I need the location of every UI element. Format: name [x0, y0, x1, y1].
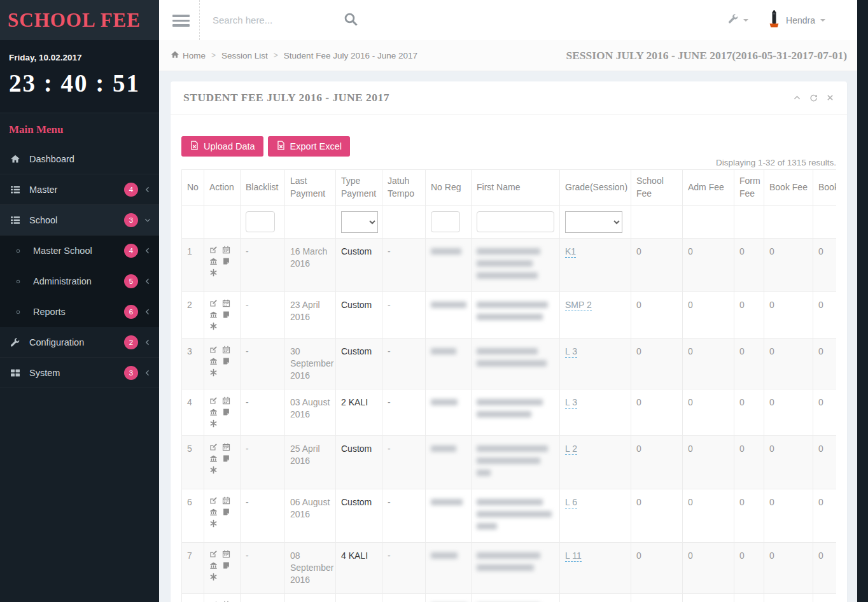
asterisk-action-icon[interactable] — [209, 573, 218, 581]
cell-adm-fee: 0 — [683, 489, 734, 542]
edit-action-icon[interactable] — [209, 396, 218, 405]
cell-no-reg — [426, 292, 472, 339]
asterisk-action-icon[interactable] — [209, 419, 218, 428]
first-name-filter-input[interactable] — [477, 211, 554, 232]
navbar-right: Hendra — [728, 0, 825, 40]
grade-link[interactable]: L 2 — [565, 444, 577, 455]
cell-first-name — [472, 435, 560, 489]
bank-action-icon[interactable] — [209, 561, 218, 570]
bank-action-icon[interactable] — [209, 357, 218, 365]
redacted-text-line — [477, 470, 491, 476]
content-area: STUDENT FEE JULY 2016 - JUNE 2017 Upload… — [159, 71, 857, 602]
note-action-icon[interactable] — [222, 454, 230, 463]
edit-action-icon[interactable] — [209, 246, 218, 254]
sidebar-subitem-administration[interactable]: Administration5 — [0, 266, 159, 297]
cell-book-fee: 0 — [764, 593, 813, 602]
grade-filter-select[interactable] — [565, 211, 622, 233]
grade-link[interactable]: L 6 — [565, 497, 577, 508]
list-icon — [10, 215, 20, 225]
row-actions — [209, 346, 236, 377]
calendar-action-icon[interactable] — [222, 550, 230, 558]
breadcrumb-session-list-link[interactable]: Session List — [221, 51, 268, 60]
edit-action-icon[interactable] — [209, 443, 218, 451]
search-input[interactable] — [213, 10, 333, 29]
edit-action-icon[interactable] — [209, 299, 218, 307]
bank-action-icon[interactable] — [209, 311, 218, 319]
grade-link[interactable]: L 11 — [565, 550, 582, 562]
cell-adm-fee: 0 — [683, 389, 734, 435]
cell-type-payment: Custom — [336, 292, 382, 339]
grade-link[interactable]: SMP 2 — [565, 300, 592, 311]
search-icon[interactable] — [344, 12, 358, 29]
sidebar-subitem-master-school[interactable]: Master School4 — [0, 235, 159, 266]
upload-data-button[interactable]: Upload Data — [181, 136, 263, 157]
dot-icon — [14, 247, 22, 255]
calendar-icon — [222, 550, 230, 558]
bank-action-icon[interactable] — [209, 257, 218, 265]
edit-action-icon[interactable] — [209, 496, 218, 505]
edit-action-icon[interactable] — [209, 550, 218, 558]
calendar-action-icon[interactable] — [222, 443, 230, 451]
sidebar-item-configuration[interactable]: Configuration2 — [0, 327, 159, 358]
grade-link[interactable]: K1 — [565, 246, 576, 258]
note-action-icon[interactable] — [222, 257, 230, 265]
asterisk-action-icon[interactable] — [209, 322, 218, 330]
bank-action-icon[interactable] — [209, 454, 218, 463]
cell-adm-fee: 0 — [683, 542, 734, 593]
cell-book-fee: 0 — [764, 292, 813, 339]
blacklist-filter-input[interactable] — [246, 211, 275, 232]
close-icon[interactable] — [826, 94, 834, 102]
cell-form-fee: 0 — [734, 292, 764, 339]
sidebar-item-master[interactable]: Master4 — [0, 174, 159, 205]
redacted-text-line — [477, 348, 538, 354]
calendar-icon — [222, 246, 230, 254]
table-row: 6-06 August 2016Custom-L 600000 — [182, 489, 837, 542]
export-excel-button[interactable]: Export Excel — [268, 136, 350, 157]
asterisk-action-icon[interactable] — [209, 519, 218, 528]
asterisk-action-icon[interactable] — [209, 466, 218, 474]
bank-action-icon[interactable] — [209, 508, 218, 516]
collapse-icon[interactable] — [793, 94, 801, 102]
grade-link[interactable]: L 3 — [565, 397, 577, 409]
sidebar-subitem-reports[interactable]: Reports6 — [0, 297, 159, 327]
breadcrumb-home-link[interactable]: Home — [171, 50, 206, 61]
cell-jatuh-tempo: - — [382, 292, 426, 339]
note-action-icon[interactable] — [222, 311, 230, 319]
grade-link[interactable]: L 3 — [565, 346, 577, 358]
hamburger-menu-icon[interactable] — [172, 15, 190, 29]
cell-first-name — [472, 489, 560, 542]
calendar-action-icon[interactable] — [222, 246, 230, 254]
sidebar-item-dashboard[interactable]: Dashboard — [0, 144, 159, 174]
sidebar-item-school[interactable]: School3 — [0, 205, 159, 235]
cell-adm-fee: 41,500,000 — [683, 593, 734, 602]
note-action-icon[interactable] — [222, 508, 230, 516]
tools-dropdown[interactable] — [728, 13, 748, 27]
menu-badge: 4 — [124, 244, 138, 258]
cell-book-fee: 0 — [764, 339, 813, 389]
calendar-action-icon[interactable] — [222, 299, 230, 307]
cell-school-fee: 0 — [631, 389, 683, 435]
cell-no-reg — [426, 489, 472, 542]
no-reg-filter-input[interactable] — [431, 211, 460, 232]
refresh-icon[interactable] — [809, 94, 818, 102]
asterisk-action-icon[interactable] — [209, 368, 218, 377]
note-action-icon[interactable] — [222, 357, 230, 365]
user-menu[interactable]: Hendra — [767, 10, 825, 31]
navbar-separator — [199, 0, 200, 40]
cell-jatuh-tempo: - — [382, 542, 426, 593]
type-payment-filter-select[interactable] — [341, 211, 378, 233]
clock-time: 23 : 40 : 51 — [9, 69, 150, 97]
sidebar-item-system[interactable]: System3 — [0, 358, 159, 388]
calendar-action-icon[interactable] — [222, 396, 230, 405]
note-action-icon[interactable] — [222, 408, 230, 416]
calendar-action-icon[interactable] — [222, 346, 230, 354]
redacted-text-line — [477, 499, 543, 505]
asterisk-action-icon[interactable] — [209, 269, 218, 277]
cell-no-reg — [426, 339, 472, 389]
bank-action-icon[interactable] — [209, 408, 218, 416]
calendar-action-icon[interactable] — [222, 496, 230, 505]
edit-action-icon[interactable] — [209, 346, 218, 354]
note-action-icon[interactable] — [222, 561, 230, 570]
calendar-icon — [222, 496, 230, 505]
cell-type-payment: Custom — [336, 339, 382, 389]
